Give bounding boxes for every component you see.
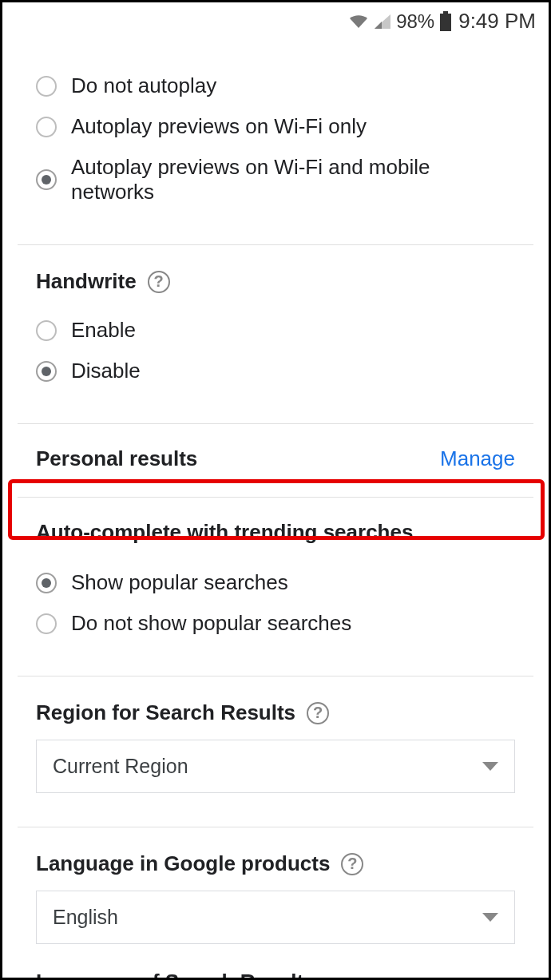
autocomplete-section: Auto-complete with trending searches Sho… bbox=[36, 498, 515, 676]
personal-results-section: Personal results Manage bbox=[36, 424, 515, 497]
section-title-language-products: Language in Google products ? bbox=[36, 851, 515, 876]
autocomplete-radio-group: Show popular searches Do not show popula… bbox=[36, 562, 515, 644]
section-title-handwrite: Handwrite ? bbox=[36, 269, 515, 294]
section-title-region: Region for Search Results ? bbox=[36, 700, 515, 725]
status-bar: 98% 9:49 PM bbox=[2, 2, 549, 37]
autoplay-radio-group: Do not autoplay Autoplay previews on Wi-… bbox=[36, 65, 515, 212]
chevron-down-icon bbox=[482, 913, 498, 922]
help-icon[interactable]: ? bbox=[148, 271, 170, 293]
radio-autocomplete-hide[interactable]: Do not show popular searches bbox=[36, 603, 515, 644]
region-section: Region for Search Results ? Current Regi… bbox=[36, 676, 515, 827]
language-products-title-text: Language in Google products bbox=[36, 851, 330, 876]
autocomplete-title-text: Auto-complete with trending searches bbox=[36, 520, 413, 545]
radio-autoplay-wifi[interactable]: Autoplay previews on Wi-Fi only bbox=[36, 106, 515, 147]
radio-label: Autoplay previews on Wi-Fi only bbox=[71, 114, 367, 139]
radio-label: Autoplay previews on Wi-Fi and mobile ne… bbox=[71, 155, 515, 204]
section-title-language-results: Language of Search Results bbox=[36, 966, 515, 980]
battery-icon bbox=[439, 11, 452, 32]
radio-autocomplete-show[interactable]: Show popular searches bbox=[36, 562, 515, 603]
region-selected-value: Current Region bbox=[53, 755, 188, 778]
language-products-section: Language in Google products ? English bbox=[36, 827, 515, 966]
radio-icon bbox=[36, 76, 57, 97]
handwrite-title-text: Handwrite bbox=[36, 269, 137, 294]
status-time: 9:49 PM bbox=[458, 9, 536, 34]
radio-label: Enable bbox=[71, 318, 136, 343]
radio-handwrite-disable[interactable]: Disable bbox=[36, 351, 515, 391]
help-icon[interactable]: ? bbox=[307, 702, 329, 724]
radio-label: Do not show popular searches bbox=[71, 611, 351, 636]
manage-link[interactable]: Manage bbox=[440, 446, 515, 471]
radio-autoplay-none[interactable]: Do not autoplay bbox=[36, 65, 515, 106]
autoplay-section: Do not autoplay Autoplay previews on Wi-… bbox=[36, 37, 515, 244]
language-products-selected-value: English bbox=[53, 906, 118, 929]
section-title-autocomplete: Auto-complete with trending searches bbox=[36, 520, 515, 545]
radio-autoplay-all[interactable]: Autoplay previews on Wi-Fi and mobile ne… bbox=[36, 147, 515, 212]
radio-icon bbox=[36, 169, 57, 190]
radio-label: Disable bbox=[71, 359, 141, 383]
radio-label: Do not autoplay bbox=[71, 73, 216, 98]
svg-rect-1 bbox=[440, 14, 451, 31]
chevron-down-icon bbox=[482, 762, 498, 771]
section-title-personal: Personal results bbox=[36, 446, 197, 471]
language-products-select[interactable]: English bbox=[36, 891, 515, 944]
radio-icon bbox=[36, 320, 57, 341]
region-select[interactable]: Current Region bbox=[36, 740, 515, 793]
radio-label: Show popular searches bbox=[71, 570, 288, 595]
radio-icon bbox=[36, 613, 57, 634]
handwrite-radio-group: Enable Disable bbox=[36, 310, 515, 391]
help-icon[interactable]: ? bbox=[341, 853, 363, 875]
radio-icon bbox=[36, 361, 57, 382]
battery-percentage: 98% bbox=[396, 10, 434, 33]
radio-handwrite-enable[interactable]: Enable bbox=[36, 310, 515, 351]
personal-title-text: Personal results bbox=[36, 446, 197, 471]
handwrite-section: Handwrite ? Enable Disable bbox=[36, 245, 515, 423]
wifi-icon bbox=[348, 14, 369, 30]
svg-rect-0 bbox=[443, 11, 448, 14]
language-results-title-text: Language of Search Results bbox=[36, 970, 315, 980]
region-title-text: Region for Search Results bbox=[36, 700, 295, 725]
signal-icon bbox=[374, 14, 391, 30]
radio-icon bbox=[36, 573, 57, 593]
radio-icon bbox=[36, 117, 57, 137]
